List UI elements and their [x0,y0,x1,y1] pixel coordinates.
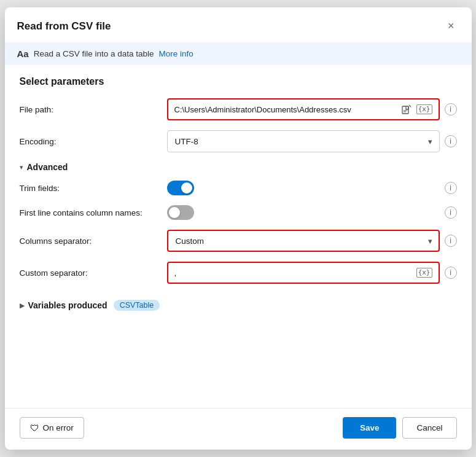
file-path-icons: {x} [400,104,432,114]
file-path-row: File path: C:\Users\Administrator\Docume… [20,98,457,120]
file-path-control: C:\Users\Administrator\Documents\Address… [167,98,457,120]
custom-separator-row: Custom separator: {x} i [20,262,457,284]
variables-toggle[interactable]: ▶ Variables produced [20,300,107,310]
custom-separator-input-wrapper[interactable]: {x} [167,262,440,284]
trim-fields-row: Trim fields: i [20,181,457,195]
trim-fields-toggle[interactable] [167,181,194,195]
custom-separator-variable-button[interactable]: {x} [416,268,432,277]
footer-actions: Save Cancel [343,417,457,439]
dialog-title: Read from CSV file [17,20,111,33]
first-line-label: First line contains column names: [20,208,167,217]
trim-fields-label: Trim fields: [20,184,167,193]
encoding-info-icon[interactable]: i [445,135,457,147]
first-line-info-icon[interactable]: i [445,206,457,219]
encoding-select-wrapper: UTF-8 UTF-16 ASCII ISO-8859-1 ▾ [167,130,440,152]
trim-fields-control: i [167,181,457,195]
encoding-row: Encoding: UTF-8 UTF-16 ASCII ISO-8859-1 … [20,130,457,152]
insert-variable-button[interactable]: {x} [416,104,432,114]
file-path-info-icon[interactable]: i [445,103,457,115]
encoding-select[interactable]: UTF-8 UTF-16 ASCII ISO-8859-1 [167,130,440,152]
save-button[interactable]: Save [343,417,397,439]
file-path-label: File path: [20,105,167,114]
advanced-header[interactable]: ▾ Advanced [20,162,457,172]
dialog-header: Read from CSV file × [5,7,472,42]
first-line-row: First line contains column names: i [20,205,457,220]
first-line-control: i [167,205,457,220]
encoding-label: Encoding: [20,137,167,146]
dialog: Read from CSV file × Aa Read a CSV file … [5,7,472,450]
first-line-toggle-thumb [169,207,180,218]
dialog-footer: 🛡 On error Save Cancel [5,408,472,450]
variables-chevron-icon: ▶ [20,302,25,310]
dialog-body: Select parameters File path: C:\Users\Ad… [5,65,472,408]
first-line-toggle[interactable] [167,205,194,220]
svg-rect-0 [402,106,408,114]
trim-fields-toggle-thumb [181,182,192,193]
file-path-input[interactable]: C:\Users\Administrator\Documents\Address… [167,98,440,120]
columns-separator-info-icon[interactable]: i [445,235,457,247]
trim-fields-toggle-wrapper [167,181,194,195]
columns-separator-control: System default Comma Semicolon Tab Custo… [167,230,457,252]
custom-separator-input[interactable] [174,268,416,278]
on-error-button[interactable]: 🛡 On error [20,417,84,439]
columns-separator-label: Columns separator: [20,236,167,246]
more-info-link[interactable]: More info [159,49,193,58]
custom-separator-label: Custom separator: [20,268,167,278]
section-title: Select parameters [20,76,457,87]
first-line-toggle-wrapper [167,205,194,220]
custom-separator-info-icon[interactable]: i [445,267,457,279]
columns-separator-select-wrapper: System default Comma Semicolon Tab Custo… [167,230,440,252]
variables-row: ▶ Variables produced CSVTable [20,295,457,311]
advanced-section: ▾ Advanced Trim fields: i Firs [20,162,457,284]
aa-label: Aa [17,49,29,59]
trim-fields-info-icon[interactable]: i [445,182,457,194]
advanced-label: Advanced [27,162,68,172]
shield-icon: 🛡 [30,423,39,433]
close-button[interactable]: × [443,17,459,35]
cancel-button[interactable]: Cancel [402,417,456,439]
columns-separator-row: Columns separator: System default Comma … [20,230,457,252]
columns-separator-select[interactable]: System default Comma Semicolon Tab Custo… [167,230,440,252]
file-path-value: C:\Users\Administrator\Documents\Address… [174,105,396,114]
banner-description: Read a CSV file into a data table [34,49,154,58]
on-error-label: On error [43,423,74,432]
custom-separator-control: {x} i [167,262,457,284]
encoding-control: UTF-8 UTF-16 ASCII ISO-8859-1 ▾ i [167,130,457,152]
advanced-chevron-icon: ▾ [20,163,23,171]
variables-badge: CSVTable [114,300,160,311]
variables-label: Variables produced [28,300,107,310]
info-banner: Aa Read a CSV file into a data table Mor… [5,42,472,65]
browse-file-button[interactable] [400,104,413,114]
